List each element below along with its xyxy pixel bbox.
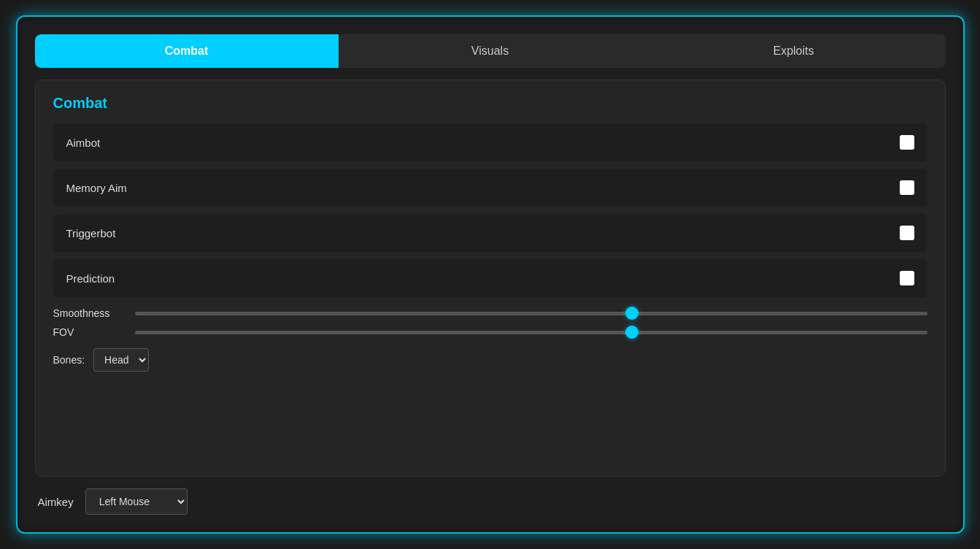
memory-aim-row: Memory Aim: [53, 169, 927, 207]
bones-label: Bones:: [53, 354, 85, 366]
memory-aim-checkbox[interactable]: [900, 180, 914, 195]
smoothness-slider[interactable]: [135, 312, 927, 315]
prediction-checkbox[interactable]: [900, 271, 914, 285]
combat-panel: Combat Aimbot Memory Aim Triggerbot Pred…: [35, 80, 946, 477]
aimbot-label: Aimbot: [66, 137, 101, 149]
fov-label: FOV: [53, 326, 126, 338]
aimkey-row: Aimkey Left Mouse Right Mouse Middle Mou…: [35, 488, 946, 515]
sliders-section: Smoothness FOV Bones: Head Neck Body Leg…: [53, 307, 927, 372]
memory-aim-label: Memory Aim: [66, 182, 127, 194]
tab-visuals[interactable]: Visuals: [339, 34, 642, 68]
aimbot-row: Aimbot: [53, 123, 927, 161]
panel-title: Combat: [53, 95, 927, 112]
triggerbot-label: Triggerbot: [66, 227, 116, 239]
triggerbot-checkbox[interactable]: [900, 226, 914, 240]
aimkey-label: Aimkey: [38, 496, 74, 508]
tab-exploits[interactable]: Exploits: [642, 34, 946, 68]
prediction-label: Prediction: [66, 272, 115, 285]
bones-select[interactable]: Head Neck Body Legs: [93, 348, 149, 372]
app-window: Combat Visuals Exploits Combat Aimbot Me…: [16, 15, 965, 534]
triggerbot-row: Triggerbot: [53, 214, 927, 252]
aimkey-select[interactable]: Left Mouse Right Mouse Middle Mouse Side…: [85, 488, 188, 515]
smoothness-row: Smoothness: [53, 307, 927, 319]
tab-combat[interactable]: Combat: [35, 34, 339, 68]
prediction-row: Prediction: [53, 259, 927, 297]
fov-row: FOV: [53, 326, 927, 338]
tabs-bar: Combat Visuals Exploits: [35, 34, 946, 68]
bones-row: Bones: Head Neck Body Legs: [53, 348, 927, 372]
smoothness-label: Smoothness: [53, 307, 126, 319]
aimbot-checkbox[interactable]: [900, 135, 914, 150]
fov-slider[interactable]: [135, 331, 927, 334]
